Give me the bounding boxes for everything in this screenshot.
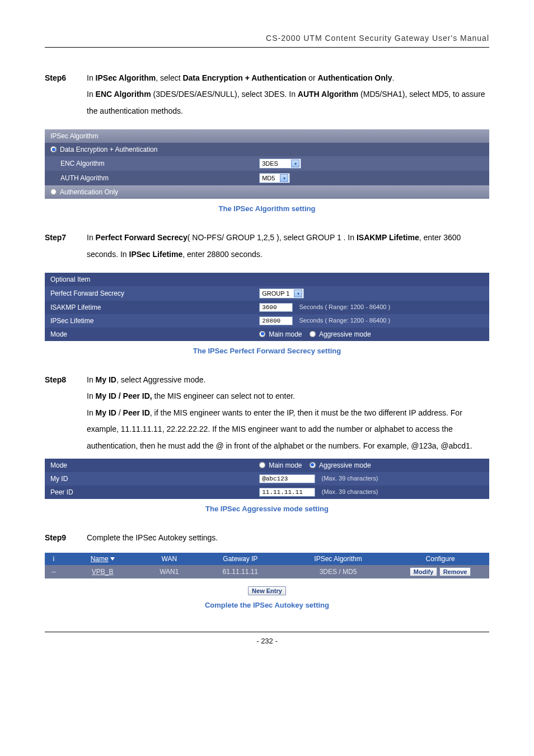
radio-selected-icon <box>310 462 316 468</box>
cell-gw: 61.11.11.11 <box>196 565 285 578</box>
pfs-label: Perfect Forward Secrecy <box>45 286 254 301</box>
ipsec-alg-header: IPSec Algorithm <box>45 129 489 143</box>
step9-body: Complete the IPSec Autokey settings. <box>87 530 489 546</box>
col-gw: Gateway IP <box>196 553 285 565</box>
t: Authentication Only <box>60 188 118 196</box>
t: In <box>87 73 96 82</box>
ipsec-lifetime-label: IPSec Lifetime <box>45 314 254 328</box>
t: AUTH Algorithm <box>298 90 358 99</box>
t: ( NO-PFS/ GROUP 1,2,5 ), select GROUP 1 … <box>188 233 357 242</box>
col-wan: WAN <box>143 553 196 565</box>
t: , select Aggressive mode. <box>116 375 206 384</box>
t: Main mode <box>269 461 302 469</box>
t: In <box>87 375 96 384</box>
col-alg: IPSec Algorithm <box>285 553 392 565</box>
mode-main-radio[interactable]: Main mode <box>259 330 302 338</box>
remove-button[interactable]: Remove <box>439 567 471 576</box>
auth-alg-select[interactable]: MD5 ▾ <box>259 173 290 183</box>
myid-input[interactable]: @abc123 <box>259 474 315 483</box>
mode-id-table: Mode Main mode Aggressive mode My ID @ab… <box>45 459 489 499</box>
caption-complete: Complete the IPSec Autokey setting <box>45 601 489 609</box>
modify-button[interactable]: Modify <box>410 567 437 576</box>
t: Authentication Only <box>317 73 392 82</box>
mode-label: Mode <box>45 328 254 341</box>
isakmp-label: ISAKMP Lifetime <box>45 301 254 314</box>
col-name[interactable]: Name <box>63 553 143 565</box>
t: Data Encryption + Authentication <box>182 73 306 82</box>
t: In <box>87 90 96 99</box>
col-i: i <box>45 553 63 565</box>
caption-ipsec-alg: The IPSec Algorithm setting <box>45 204 489 213</box>
t: IPSec Algorithm <box>96 73 156 82</box>
enc-alg-select[interactable]: 3DES ▾ <box>259 158 301 169</box>
chevron-down-icon: ▾ <box>280 174 288 182</box>
t: My ID <box>96 375 116 384</box>
t: Data Encryption + Authentication <box>60 146 157 153</box>
t: , enter 28800 seconds. <box>182 250 262 259</box>
t: In <box>87 233 96 242</box>
cell-i: -- <box>45 565 63 578</box>
myid-label: My ID <box>45 472 254 486</box>
t: ENC Algorithm <box>96 90 151 99</box>
auth-alg-label: AUTH Algorithm <box>45 171 254 185</box>
t: Main mode <box>269 330 302 338</box>
mode-aggressive-radio[interactable]: Aggressive mode <box>310 330 371 338</box>
new-entry-button[interactable]: New Entry <box>248 586 286 595</box>
ipsec-lifetime-input[interactable]: 28800 <box>259 316 293 325</box>
t: the MIS engineer can select not to enter… <box>152 391 295 400</box>
opt-data-enc-auth[interactable]: Data Encryption + Authentication <box>45 143 489 156</box>
step8-body: In My ID, select Aggressive mode. In My … <box>87 372 489 454</box>
peerid-input[interactable]: 11.11.11.11 <box>259 488 315 497</box>
t: In <box>87 408 96 417</box>
t: My ID / Peer ID, <box>96 391 152 400</box>
enc-alg-label: ENC Algorithm <box>45 156 254 171</box>
radio-selected-icon <box>259 331 265 337</box>
t: , select <box>156 73 182 82</box>
ipsec-algorithm-table: IPSec Algorithm Data Encryption + Authen… <box>45 129 489 199</box>
col-cfg: Configure <box>391 553 489 565</box>
t: ISAKMP Lifetime <box>357 233 419 242</box>
t: Perfect Forward Secrecy <box>96 233 188 242</box>
table-row: -- VPB_B WAN1 61.11.11.11 3DES / MD5 Mod… <box>45 565 489 578</box>
radio-selected-icon <box>50 146 57 152</box>
t: Aggressive mode <box>319 461 371 469</box>
mode-label2: Mode <box>45 459 254 472</box>
t: 3DES <box>262 160 278 167</box>
t: . <box>392 73 394 82</box>
optional-item-table: Optional Item Perfect Forward Secrecy GR… <box>45 273 489 341</box>
chevron-down-icon: ▾ <box>291 160 299 167</box>
t: GROUP 1 <box>262 290 289 297</box>
step6-body: In IPSec Algorithm, select Data Encrypti… <box>87 70 489 119</box>
t: Peer ID <box>123 408 150 417</box>
pfs-select[interactable]: GROUP 1 ▾ <box>259 288 304 298</box>
step8-label: Step8 <box>45 372 87 454</box>
t: My ID <box>96 408 116 417</box>
mode-main-radio2[interactable]: Main mode <box>259 461 302 469</box>
radio-unselected-icon <box>259 462 265 468</box>
t: or <box>306 73 317 82</box>
ipsec-lifetime-hint: Seconds ( Range: 1200 - 86400 ) <box>299 317 391 324</box>
t: (3DES/DES/AES/NULL), select 3DES. In <box>151 90 298 99</box>
t: Name <box>91 555 109 563</box>
radio-unselected-icon <box>50 189 57 195</box>
sort-desc-icon <box>110 557 115 561</box>
cell-name[interactable]: VPB_B <box>63 565 143 578</box>
step6-label: Step6 <box>45 70 87 119</box>
myid-hint: (Max. 39 characters) <box>322 475 378 482</box>
step9-label: Step9 <box>45 530 87 546</box>
radio-unselected-icon <box>310 331 316 337</box>
optional-header: Optional Item <box>45 273 489 286</box>
isakmp-hint: Seconds ( Range: 1200 - 86400 ) <box>299 304 391 310</box>
mode-aggressive-radio2[interactable]: Aggressive mode <box>310 461 371 469</box>
page-number: - 232 - <box>45 632 489 645</box>
t: MD5 <box>262 175 275 181</box>
autokey-result-table: i Name WAN Gateway IP IPSec Algorithm Co… <box>45 553 489 578</box>
caption-pfs: The IPSec Perfect Forward Secrecy settin… <box>45 347 489 355</box>
peerid-label: Peer ID <box>45 486 254 499</box>
cell-wan: WAN1 <box>143 565 196 578</box>
isakmp-input[interactable]: 3600 <box>259 303 293 312</box>
t: / <box>116 408 123 417</box>
step7-body: In Perfect Forward Secrecy( NO-PFS/ GROU… <box>87 230 489 263</box>
caption-aggressive: The IPSec Aggressive mode setting <box>45 505 489 513</box>
opt-auth-only[interactable]: Authentication Only <box>45 185 489 199</box>
